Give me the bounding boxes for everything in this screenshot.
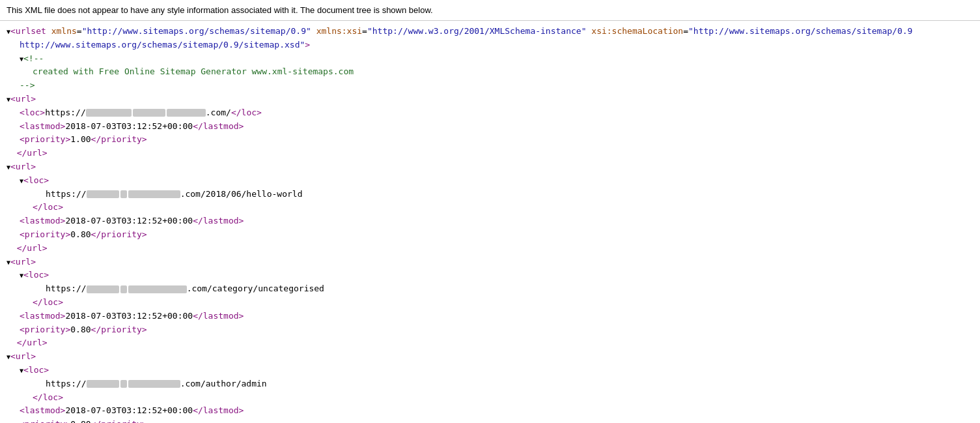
- url4-loc-close: </loc>: [7, 391, 973, 405]
- url2-loc-open: ▼<loc>: [7, 174, 973, 188]
- urlset-open-line: ▼<urlset xmlns="http://www.sitemaps.org/…: [7, 25, 973, 38]
- comment-close-line: -->: [7, 79, 973, 93]
- url2-close: </url>: [7, 242, 973, 255]
- comment-open-line: ▼<!--: [7, 52, 973, 66]
- info-bar: This XML file does not appear to have an…: [0, 0, 980, 21]
- url1-loc: <loc>https:// .com/</loc>: [7, 106, 973, 120]
- url3-loc-open: ▼<loc>: [7, 269, 973, 282]
- url2-open: ▼<url>: [7, 160, 973, 174]
- url1-priority: <priority>1.00</priority>: [7, 133, 973, 147]
- url4-loc-value: https:// .com/author/admin: [7, 377, 973, 391]
- url3-loc-value: https:// .com/category/uncategorised: [7, 282, 973, 296]
- url2-lastmod: <lastmod>2018-07-03T03:12:52+00:00</last…: [7, 214, 973, 228]
- url3-close: </url>: [7, 336, 973, 350]
- url3-priority: <priority>0.80</priority>: [7, 323, 973, 337]
- url3-open: ▼<url>: [7, 255, 973, 269]
- xml-content: ▼<urlset xmlns="http://www.sitemaps.org/…: [0, 21, 980, 423]
- url4-priority: <priority>0.80</priority>: [7, 418, 973, 423]
- comment-text-line: created with Free Online Sitemap Generat…: [7, 65, 973, 79]
- url2-priority: <priority>0.80</priority>: [7, 228, 973, 242]
- info-message: This XML file does not appear to have an…: [7, 5, 433, 15]
- urlset-schema-line: http://www.sitemaps.org/schemas/sitemap/…: [7, 38, 973, 52]
- url3-lastmod: <lastmod>2018-07-03T03:12:52+00:00</last…: [7, 310, 973, 323]
- url4-loc-open: ▼<loc>: [7, 364, 973, 377]
- url2-loc-close: </loc>: [7, 201, 973, 214]
- url2-loc-value: https:// .com/2018/06/hello-world: [7, 188, 973, 201]
- url1-open: ▼<url>: [7, 93, 973, 106]
- url4-lastmod: <lastmod>2018-07-03T03:12:52+00:00</last…: [7, 404, 973, 418]
- url1-close: </url>: [7, 147, 973, 160]
- url4-open: ▼<url>: [7, 350, 973, 364]
- url1-lastmod: <lastmod>2018-07-03T03:12:52+00:00</last…: [7, 120, 973, 134]
- url3-loc-close: </loc>: [7, 296, 973, 310]
